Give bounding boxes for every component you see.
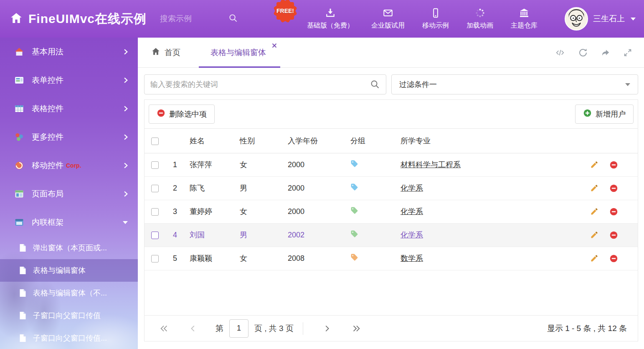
- major-link[interactable]: 化学系: [401, 231, 423, 239]
- user-menu[interactable]: 三生石上: [565, 7, 636, 31]
- delete-selected-button[interactable]: 删除选中项: [149, 104, 215, 124]
- first-page-icon[interactable]: [160, 324, 169, 333]
- sidebar-item-page-layout[interactable]: 页面布局: [0, 180, 138, 208]
- edit-icon[interactable]: [590, 231, 598, 239]
- chevron-down-icon: [123, 221, 128, 224]
- row-checkbox[interactable]: [151, 232, 159, 239]
- pagination-bar: 第 页 , 共 3 页 显示 1 - 5 条 , 共 12 条: [145, 315, 638, 341]
- tab-bar: 首页 表格与编辑窗体: [138, 38, 644, 68]
- cell-year: 2002: [283, 223, 345, 247]
- avatar: [565, 7, 588, 31]
- sidebar-item-basic-usage[interactable]: 基本用法: [0, 38, 138, 66]
- row-checkbox[interactable]: [151, 255, 159, 262]
- row-checkbox[interactable]: [151, 161, 159, 169]
- home-icon: [14, 47, 24, 57]
- chevron-down-icon: [631, 18, 636, 20]
- row-checkbox[interactable]: [151, 208, 159, 216]
- nav-item-theme-repo[interactable]: 主题仓库: [511, 8, 538, 30]
- major-link[interactable]: 化学系: [401, 184, 423, 192]
- filter-dropdown[interactable]: 过滤条件一: [391, 74, 638, 94]
- user-name: 三生石上: [593, 13, 625, 24]
- major-link[interactable]: 化学系: [401, 207, 423, 216]
- header-search: [160, 13, 247, 25]
- bank-icon: [518, 8, 530, 18]
- header-nav: 基础版（免费） 企业版试用 移动示例 加载动画: [307, 8, 538, 30]
- mobile-icon: [430, 8, 441, 18]
- code-icon[interactable]: [555, 48, 565, 57]
- sidebar-menu: 基本用法 表单控件 表格控件: [0, 38, 138, 349]
- filter-dropdown-value: 过滤条件一: [399, 79, 437, 89]
- sidebar-item-label: 更多控件: [32, 132, 63, 143]
- major-link[interactable]: 数学系: [401, 254, 423, 262]
- edit-icon[interactable]: [590, 160, 598, 169]
- cell-name: 董婷婷: [185, 200, 235, 223]
- add-user-button[interactable]: 新增用户: [575, 104, 634, 124]
- nav-item-loading-animation[interactable]: 加载动画: [467, 8, 493, 30]
- refresh-icon[interactable]: [578, 48, 588, 58]
- chevron-down-icon: [625, 83, 630, 86]
- delete-icon[interactable]: [609, 231, 618, 239]
- delete-icon[interactable]: [609, 254, 618, 263]
- corp-badge: Corp.: [66, 162, 81, 169]
- next-page-icon[interactable]: [322, 324, 332, 333]
- blocks-icon: [14, 132, 24, 142]
- sidebar-subitem-grid-edit-window-2[interactable]: 表格与编辑窗体（不...: [0, 282, 138, 304]
- record-summary: 显示 1 - 5 条 , 共 12 条: [547, 323, 627, 334]
- table-row[interactable]: 1 张萍萍 女 2000 材料科学与工程系: [145, 153, 638, 176]
- nav-item-enterprise-trial[interactable]: 企业版试用: [371, 8, 405, 30]
- share-icon[interactable]: [601, 48, 611, 57]
- row-checkbox[interactable]: [151, 185, 159, 192]
- tag-icon: [350, 183, 358, 191]
- nav-item-basic-free[interactable]: 基础版（免费）: [307, 8, 354, 30]
- chevron-right-icon: [124, 106, 128, 112]
- edit-icon[interactable]: [590, 207, 598, 216]
- brand[interactable]: FineUIMvc在线示例: [10, 10, 147, 28]
- sidebar-item-form-controls[interactable]: 表单控件: [0, 66, 138, 94]
- major-link[interactable]: 材料科学与工程系: [401, 160, 461, 169]
- delete-icon[interactable]: [609, 207, 618, 216]
- chevron-right-icon: [124, 77, 128, 83]
- delete-icon[interactable]: [609, 160, 618, 169]
- header-search-input[interactable]: [160, 14, 223, 23]
- sidebar-item-more-controls[interactable]: 更多控件: [0, 123, 138, 151]
- tab-grid-edit-window[interactable]: 表格与编辑窗体: [199, 38, 280, 67]
- last-page-icon[interactable]: [352, 324, 361, 333]
- table-row-selected[interactable]: 4 刘国 男 2002 化学系: [145, 223, 638, 247]
- form-icon: [14, 75, 24, 85]
- sidebar-item-mobile-controls[interactable]: 移动控件 Corp.: [0, 151, 138, 180]
- page-number-input[interactable]: [229, 319, 248, 338]
- sidebar-item-grid-controls[interactable]: 表格控件: [0, 94, 138, 123]
- nav-item-mobile-demo[interactable]: 移动示例: [422, 8, 449, 30]
- filter-row: 过滤条件一: [138, 68, 644, 99]
- table-row[interactable]: 2 陈飞 男 2000 化学系: [145, 176, 638, 200]
- keyword-search-input[interactable]: [150, 80, 370, 89]
- select-all-checkbox[interactable]: [151, 138, 159, 145]
- sidebar-item-inline-frame[interactable]: 内联框架: [0, 208, 138, 237]
- row-index: 5: [165, 247, 185, 270]
- cell-year: 2000: [283, 153, 345, 176]
- sidebar-subitem-child-to-parent-2[interactable]: 子窗口向父窗口传值...: [0, 327, 138, 349]
- prev-page-icon[interactable]: [189, 324, 198, 333]
- home-icon: [10, 12, 23, 26]
- table-row[interactable]: 5 康颖颖 女 2008 数学系: [145, 247, 638, 270]
- edit-icon[interactable]: [590, 254, 598, 262]
- table-icon: [14, 104, 24, 114]
- search-icon[interactable]: [228, 13, 238, 25]
- sidebar: 基本用法 表单控件 表格控件: [0, 38, 138, 349]
- page-prefix-label: 第: [216, 323, 223, 334]
- delete-icon[interactable]: [609, 184, 618, 193]
- keyword-search-box: [144, 74, 386, 94]
- top-header: FineUIMvc在线示例 FREE! 基础版（免费） 企业版试用 移动: [0, 0, 644, 38]
- envelope-icon: [382, 8, 394, 18]
- expand-icon[interactable]: [623, 48, 632, 57]
- sidebar-subitem-grid-edit-window[interactable]: 表格与编辑窗体: [0, 259, 138, 282]
- tab-home[interactable]: 首页: [147, 38, 185, 67]
- sidebar-subitem-popup-window[interactable]: 弹出窗体（本页面或...: [0, 237, 138, 259]
- sidebar-subitem-label: 子窗口向父窗口传值...: [33, 333, 107, 343]
- close-icon[interactable]: [272, 43, 277, 48]
- edit-icon[interactable]: [590, 184, 598, 192]
- sidebar-subitem-child-to-parent[interactable]: 子窗口向父窗口传值: [0, 304, 138, 327]
- row-index: 4: [165, 223, 185, 247]
- search-icon[interactable]: [370, 79, 380, 89]
- table-row[interactable]: 3 董婷婷 女 2000 化学系: [145, 200, 638, 223]
